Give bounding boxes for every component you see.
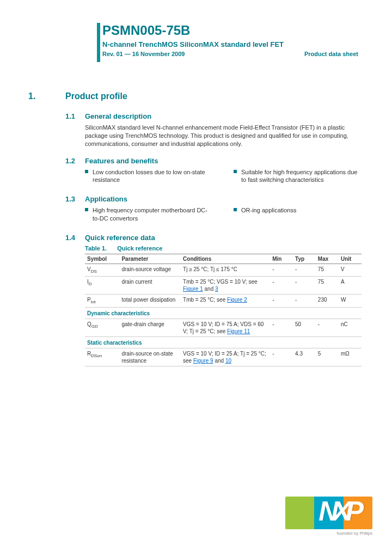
section-1-4-heading: 1.4 Quick reference data xyxy=(65,234,360,242)
logo-tagline: founded by Philips xyxy=(337,531,372,536)
cell-symbol: ID xyxy=(85,277,119,295)
application-text: High frequency computer motherboard DC-t… xyxy=(93,206,212,223)
cell-typ: 50 xyxy=(293,319,316,336)
section-1-number: 1. xyxy=(28,91,65,101)
col-conditions: Conditions xyxy=(181,254,270,264)
cell-symbol: VDS xyxy=(85,264,119,276)
col-min: Min xyxy=(270,254,293,264)
cell-min: - xyxy=(270,295,293,307)
figure-link[interactable]: 10 xyxy=(225,358,231,364)
cell-parameter: drain current xyxy=(119,277,181,295)
cell-parameter: drain-source voltage xyxy=(119,264,181,276)
cell-min: - xyxy=(270,319,293,336)
cell-symbol: QGD xyxy=(85,319,119,336)
application-item: High frequency computer motherboard DC-t… xyxy=(85,206,212,223)
cell-unit: nC xyxy=(339,319,362,336)
bullet-icon xyxy=(234,208,237,211)
dynamic-characteristics-label: Dynamic characteristics xyxy=(85,307,362,319)
section-1-2-heading: 1.2 Features and benefits xyxy=(65,157,360,165)
section-1-heading: 1. Product profile xyxy=(28,91,360,101)
document-header: PSMN005-75B N-channel TrenchMOS SiliconM… xyxy=(102,23,358,57)
applications-list: High frequency computer motherboard DC-t… xyxy=(85,206,360,225)
cell-max: - xyxy=(316,319,339,336)
cell-conditions: Tj ≥ 25 °C; Tj ≤ 175 °C xyxy=(181,264,270,276)
cell-symbol: Ptot xyxy=(85,295,119,307)
table-row: QGD gate-drain charge VGS = 10 V; ID = 7… xyxy=(85,319,362,336)
table-row: RDSon drain-source on-state resistance V… xyxy=(85,348,362,366)
cell-conditions: Tmb = 25 °C; see Figure 2 xyxy=(181,295,270,307)
logo-text: NXP xyxy=(318,495,362,527)
cell-typ: - xyxy=(293,295,316,307)
table-number: Table 1. xyxy=(85,245,107,252)
section-1-4-title: Quick reference data xyxy=(85,234,155,242)
col-parameter: Parameter xyxy=(119,254,181,264)
cell-conditions: VGS = 10 V; ID = 25 A; Tj = 25 °C; see F… xyxy=(181,348,270,366)
col-symbol: Symbol xyxy=(85,254,119,264)
cell-typ: 4.3 xyxy=(293,348,316,366)
section-1-1-heading: 1.1 General description xyxy=(65,112,360,120)
header-accent-bar xyxy=(97,23,100,62)
cell-min: - xyxy=(270,264,293,276)
section-1-title: Product profile xyxy=(65,91,127,101)
content-area: 1. Product profile 1.1 General descripti… xyxy=(28,91,360,366)
part-number: PSMN005-75B xyxy=(102,23,358,38)
cell-parameter: gate-drain charge xyxy=(119,319,181,336)
cell-parameter: drain-source on-state resistance xyxy=(119,348,181,366)
cell-typ: - xyxy=(293,277,316,295)
cell-unit: W xyxy=(339,295,362,307)
col-typ: Typ xyxy=(293,254,316,264)
bullet-icon xyxy=(85,208,88,211)
section-1-3-title: Applications xyxy=(85,195,127,203)
figure-link[interactable]: Figure 2 xyxy=(227,297,247,303)
figure-link[interactable]: Figure 9 xyxy=(193,358,213,364)
cell-conditions: Tmb = 25 °C; VGS = 10 V; see Figure 1 an… xyxy=(181,277,270,295)
quick-reference-table-wrap: Table 1. Quick reference Symbol Paramete… xyxy=(85,245,360,366)
section-1-3-heading: 1.3 Applications xyxy=(65,195,360,203)
feature-item: Suitable for high frequency applications… xyxy=(234,168,360,185)
cell-max: 5 xyxy=(316,348,339,366)
cell-max: 75 xyxy=(316,264,339,276)
static-characteristics-label: Static characteristics xyxy=(85,336,362,348)
features-list: Low conduction losses due to low on-stat… xyxy=(85,168,360,187)
nxp-logo: NXP founded by Philips xyxy=(258,491,372,535)
table-section-row: Static characteristics xyxy=(85,336,362,348)
application-item: OR-ing applicationss xyxy=(234,206,360,215)
bullet-icon xyxy=(85,170,88,173)
part-description: N-channel TrenchMOS SiliconMAX standard … xyxy=(102,40,358,48)
col-unit: Unit xyxy=(339,254,362,264)
cell-min: - xyxy=(270,348,293,366)
cell-conditions: VGS = 10 V; ID = 75 A; VDS = 60 V; Tj = … xyxy=(181,319,270,336)
table-header-row: Symbol Parameter Conditions Min Typ Max … xyxy=(85,254,362,264)
revision-date: Rev. 01 — 16 November 2009 xyxy=(102,51,185,57)
table-row: VDS drain-source voltage Tj ≥ 25 °C; Tj … xyxy=(85,264,362,276)
quick-reference-table: Symbol Parameter Conditions Min Typ Max … xyxy=(85,254,362,366)
col-max: Max xyxy=(316,254,339,264)
figure-link[interactable]: Figure 11 xyxy=(227,328,250,334)
cell-max: 230 xyxy=(316,295,339,307)
general-description-text: SiliconMAX standard level N-channel enha… xyxy=(85,124,360,148)
cell-min: - xyxy=(270,277,293,295)
table-row: Ptot total power dissipation Tmb = 25 °C… xyxy=(85,295,362,307)
figure-link[interactable]: 3 xyxy=(215,286,218,292)
table-section-row: Dynamic characteristics xyxy=(85,307,362,319)
cell-parameter: total power dissipation xyxy=(119,295,181,307)
section-1-3-number: 1.3 xyxy=(65,195,85,203)
bullet-icon xyxy=(234,170,237,173)
section-1-1-number: 1.1 xyxy=(65,112,85,120)
feature-text: Suitable for high frequency applications… xyxy=(241,168,360,185)
section-1-2-number: 1.2 xyxy=(65,157,85,165)
figure-link[interactable]: Figure 1 xyxy=(183,286,203,292)
feature-text: Low conduction losses due to low on-stat… xyxy=(93,168,212,185)
section-1-2-title: Features and benefits xyxy=(85,157,158,165)
cell-unit: A xyxy=(339,277,362,295)
table-caption: Table 1. Quick reference xyxy=(85,245,360,252)
table-row: ID drain current Tmb = 25 °C; VGS = 10 V… xyxy=(85,277,362,295)
section-1-1-title: General description xyxy=(85,112,151,120)
document-type: Product data sheet xyxy=(304,51,358,57)
table-title: Quick reference xyxy=(117,245,162,252)
cell-typ: - xyxy=(293,264,316,276)
cell-max: 75 xyxy=(316,277,339,295)
cell-symbol: RDSon xyxy=(85,348,119,366)
application-text: OR-ing applicationss xyxy=(241,206,297,215)
cell-unit: V xyxy=(339,264,362,276)
